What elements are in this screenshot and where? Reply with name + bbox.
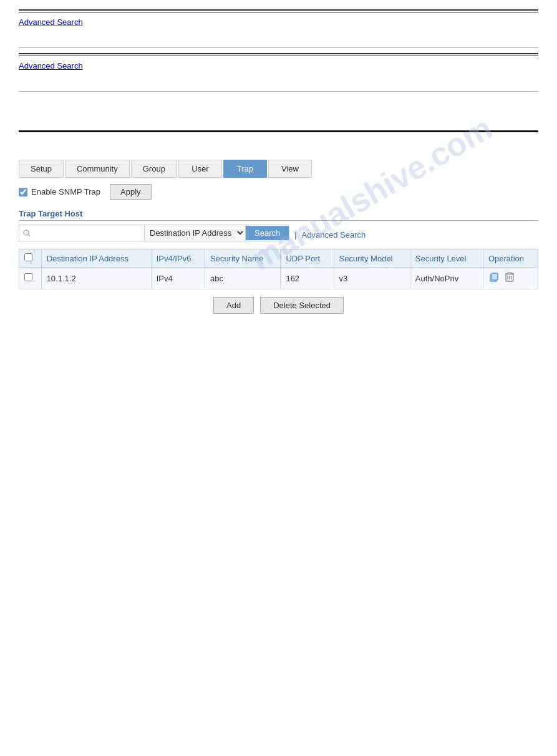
top-rule-thick: [19, 9, 538, 11]
tab-community[interactable]: Community: [65, 160, 130, 178]
tabs-container: Setup Community Group User Trap View: [0, 153, 557, 178]
top-link-1[interactable]: Advanced Search: [19, 17, 83, 27]
col-dest-ip: Destination IP Address: [41, 250, 151, 268]
tabs-row: Setup Community Group User Trap View: [19, 160, 538, 178]
enable-snmp-trap-label: Enable SNMP Trap: [31, 187, 100, 196]
row-udp-port: 162: [281, 268, 334, 289]
search-input[interactable]: [34, 226, 144, 240]
apply-button[interactable]: Apply: [110, 184, 152, 200]
content-area: Enable SNMP Trap Apply Trap Target Host: [0, 184, 557, 314]
row-security-name: abc: [205, 268, 280, 289]
row-checkbox[interactable]: [24, 273, 32, 281]
top-rule-thick-2: [19, 53, 538, 54]
tab-user[interactable]: User: [178, 160, 222, 178]
tab-setup[interactable]: Setup: [19, 160, 64, 178]
top-link-2[interactable]: Advanced Search: [19, 61, 83, 70]
col-security-level: Security Level: [410, 250, 483, 268]
select-all-checkbox[interactable]: [24, 253, 32, 261]
search-wrap: Destination IP Address Security Name Sea…: [19, 225, 538, 249]
tab-group[interactable]: Group: [131, 160, 177, 178]
col-udp-port: UDP Port: [281, 250, 334, 268]
col-ipv4ipv6: IPv4/IPv6: [151, 250, 205, 268]
tab-view[interactable]: View: [268, 160, 312, 178]
table-header-row: Destination IP Address IPv4/IPv6 Securit…: [19, 250, 538, 268]
row-security-model: v3: [334, 268, 410, 289]
delete-selected-button[interactable]: Delete Selected: [260, 297, 344, 314]
col-security-model: Security Model: [334, 250, 410, 268]
enable-snmp-trap-row: Enable SNMP Trap Apply: [19, 184, 538, 200]
col-checkbox: [19, 250, 42, 268]
col-operation: Operation: [483, 250, 538, 268]
search-button[interactable]: Search: [246, 226, 289, 240]
row-dest-ip: 10.1.1.2: [41, 268, 151, 289]
section-divider-1: [19, 47, 538, 48]
section-divider-2: [19, 91, 538, 92]
top-rule-thin: [19, 12, 538, 12]
search-bar: Destination IP Address Security Name Sea…: [19, 225, 289, 241]
top-lines-area: Advanced Search Advanced Search: [0, 0, 557, 141]
trap-table: Destination IP Address IPv4/IPv6 Securit…: [19, 249, 538, 289]
trap-target-section: Trap Target Host Destination IP Address …: [19, 209, 538, 314]
table-row: 10.1.1.2 IPv4 abc 162 v3 Auth/NoPriv: [19, 268, 538, 289]
enable-snmp-trap-checkbox[interactable]: [19, 188, 27, 196]
advanced-search-link[interactable]: Advanced Search: [302, 230, 366, 240]
search-magnifier-icon: [19, 227, 34, 240]
row-ipv4ipv6: IPv4: [151, 268, 205, 289]
edit-icon[interactable]: [488, 271, 500, 285]
svg-line-1: [29, 235, 31, 236]
bottom-buttons: Add Delete Selected: [19, 297, 538, 314]
svg-rect-9: [508, 273, 511, 274]
tab-trap[interactable]: Trap: [223, 160, 267, 178]
search-dropdown[interactable]: Destination IP Address Security Name: [144, 225, 246, 241]
top-rule-thin-2: [19, 56, 538, 56]
row-security-level: Auth/NoPriv: [410, 268, 483, 289]
svg-rect-3: [492, 273, 498, 280]
pipe-separator: |: [294, 230, 296, 240]
trap-target-title: Trap Target Host: [19, 209, 538, 221]
delete-icon[interactable]: [505, 271, 515, 285]
row-checkbox-cell: [19, 268, 42, 289]
col-security-name: Security Name: [205, 250, 280, 268]
add-button[interactable]: Add: [213, 297, 254, 314]
svg-point-0: [24, 230, 29, 235]
row-operation-cell: [483, 268, 538, 289]
main-thick-rule: [19, 130, 538, 132]
